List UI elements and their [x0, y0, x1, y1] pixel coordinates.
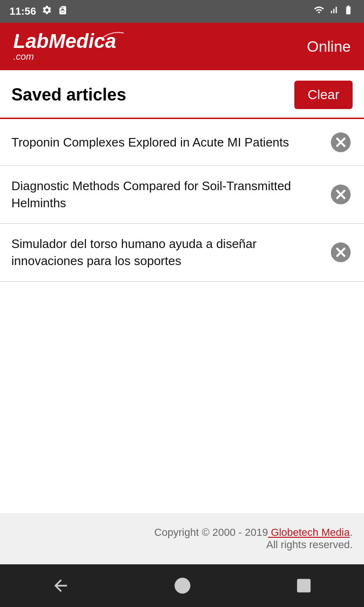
wifi-icon	[313, 5, 325, 18]
remove-icon-2[interactable]	[329, 183, 353, 206]
remove-icon-3[interactable]	[329, 240, 353, 264]
signal-icon	[329, 5, 338, 18]
svg-rect-1	[297, 579, 310, 593]
online-label: Online	[307, 38, 351, 55]
article-title-2: Diagnostic Methods Compared for Soil-Tra…	[11, 177, 321, 212]
logo: LabMedica .com	[13, 31, 116, 62]
article-title-3: Simulador del torso humano ayuda a diseñ…	[11, 235, 321, 270]
footer-link[interactable]: Globetech Media	[268, 526, 349, 538]
page-title: Saved articles	[11, 85, 126, 105]
article-item-2[interactable]: Diagnostic Methods Compared for Soil-Tra…	[0, 166, 364, 224]
gear-icon	[42, 5, 52, 18]
article-title-1: Troponin Complexes Explored in Acute MI …	[11, 134, 321, 151]
recent-button[interactable]	[295, 577, 313, 595]
clear-button[interactable]: Clear	[294, 81, 353, 109]
article-item-1[interactable]: Troponin Complexes Explored in Acute MI …	[0, 119, 364, 166]
svg-point-0	[174, 578, 190, 593]
logo-sub: .com	[13, 51, 116, 62]
footer-rights: All rights reserved.	[266, 539, 353, 551]
remove-icon-1[interactable]	[329, 130, 353, 154]
app-header: LabMedica .com Online	[0, 23, 364, 70]
title-row: Saved articles Clear	[0, 70, 364, 118]
footer-copyright: Copyright © 2000 - 2019 Globetech Media.	[154, 526, 353, 538]
nav-bar	[0, 564, 364, 607]
footer: Copyright © 2000 - 2019 Globetech Media.…	[0, 513, 364, 564]
battery-icon	[342, 5, 355, 18]
article-list: Troponin Complexes Explored in Acute MI …	[0, 119, 364, 513]
status-time: 11:56	[9, 5, 36, 18]
home-button[interactable]	[173, 576, 192, 595]
article-item-3[interactable]: Simulador del torso humano ayuda a diseñ…	[0, 224, 364, 282]
page-content: Saved articles Clear Troponin Complexes …	[0, 70, 364, 564]
status-bar: 11:56	[0, 0, 364, 23]
back-button[interactable]	[51, 576, 70, 595]
sim-icon	[58, 5, 67, 18]
